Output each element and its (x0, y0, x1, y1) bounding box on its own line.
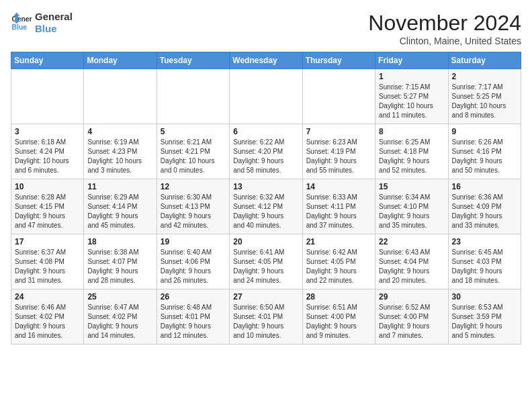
cell-info: Sunrise: 6:52 AM Sunset: 4:00 PM Dayligh… (379, 303, 444, 340)
weekday-header-monday: Monday (84, 52, 157, 69)
cell-info: Sunrise: 6:42 AM Sunset: 4:05 PM Dayligh… (306, 248, 371, 285)
calendar-cell: 1Sunrise: 7:15 AM Sunset: 5:27 PM Daylig… (375, 69, 448, 124)
calendar-cell: 20Sunrise: 6:41 AM Sunset: 4:05 PM Dayli… (230, 234, 302, 289)
calendar-cell: 14Sunrise: 6:33 AM Sunset: 4:11 PM Dayli… (302, 179, 375, 234)
calendar-cell: 9Sunrise: 6:26 AM Sunset: 4:16 PM Daylig… (448, 124, 521, 179)
title-area: November 2024 Clinton, Maine, United Sta… (368, 11, 521, 46)
calendar-cell: 17Sunrise: 6:37 AM Sunset: 4:08 PM Dayli… (11, 234, 84, 289)
weekday-header-tuesday: Tuesday (157, 52, 229, 69)
day-number: 18 (87, 237, 152, 246)
calendar-cell: 30Sunrise: 6:53 AM Sunset: 3:59 PM Dayli… (448, 289, 521, 345)
cell-info: Sunrise: 6:48 AM Sunset: 4:01 PM Dayligh… (161, 303, 226, 340)
calendar-cell: 26Sunrise: 6:48 AM Sunset: 4:01 PM Dayli… (157, 289, 229, 345)
calendar-cell: 29Sunrise: 6:52 AM Sunset: 4:00 PM Dayli… (375, 289, 448, 345)
cell-info: Sunrise: 6:38 AM Sunset: 4:07 PM Dayligh… (87, 248, 152, 285)
cell-info: Sunrise: 6:30 AM Sunset: 4:13 PM Dayligh… (161, 193, 226, 230)
day-number: 11 (87, 182, 152, 191)
day-number: 15 (379, 182, 444, 191)
location-title: Clinton, Maine, United States (368, 36, 521, 46)
day-number: 27 (233, 292, 298, 302)
weekday-header-row: SundayMondayTuesdayWednesdayThursdayFrid… (11, 52, 521, 69)
day-number: 9 (452, 127, 517, 136)
calendar-cell: 19Sunrise: 6:40 AM Sunset: 4:06 PM Dayli… (157, 234, 229, 289)
calendar-cell (230, 69, 302, 124)
week-row-3: 10Sunrise: 6:28 AM Sunset: 4:15 PM Dayli… (11, 179, 521, 234)
calendar-cell: 6Sunrise: 6:22 AM Sunset: 4:20 PM Daylig… (230, 124, 302, 179)
day-number: 28 (306, 292, 371, 302)
calendar-cell: 28Sunrise: 6:51 AM Sunset: 4:00 PM Dayli… (302, 289, 375, 345)
day-number: 14 (306, 182, 371, 191)
cell-info: Sunrise: 6:29 AM Sunset: 4:14 PM Dayligh… (87, 193, 152, 230)
day-number: 19 (161, 237, 226, 246)
day-number: 16 (452, 182, 517, 191)
day-number: 2 (452, 72, 517, 81)
day-number: 3 (15, 127, 80, 136)
cell-info: Sunrise: 7:15 AM Sunset: 5:27 PM Dayligh… (379, 83, 444, 120)
cell-info: Sunrise: 6:18 AM Sunset: 4:24 PM Dayligh… (15, 138, 80, 175)
calendar-cell (157, 69, 229, 124)
calendar-cell: 2Sunrise: 7:17 AM Sunset: 5:25 PM Daylig… (448, 69, 521, 124)
cell-info: Sunrise: 6:53 AM Sunset: 3:59 PM Dayligh… (452, 303, 517, 340)
logo: General Blue General Blue (11, 11, 73, 35)
cell-info: Sunrise: 6:23 AM Sunset: 4:19 PM Dayligh… (306, 138, 371, 175)
calendar-cell (84, 69, 157, 124)
day-number: 10 (15, 182, 80, 191)
week-row-2: 3Sunrise: 6:18 AM Sunset: 4:24 PM Daylig… (11, 124, 521, 179)
calendar-cell: 12Sunrise: 6:30 AM Sunset: 4:13 PM Dayli… (157, 179, 229, 234)
cell-info: Sunrise: 6:51 AM Sunset: 4:00 PM Dayligh… (306, 303, 371, 340)
day-number: 5 (161, 127, 226, 136)
cell-info: Sunrise: 6:28 AM Sunset: 4:15 PM Dayligh… (15, 193, 80, 230)
day-number: 29 (379, 292, 444, 302)
calendar-cell: 10Sunrise: 6:28 AM Sunset: 4:15 PM Dayli… (11, 179, 84, 234)
weekday-header-saturday: Saturday (448, 52, 521, 69)
weekday-header-wednesday: Wednesday (230, 52, 302, 69)
calendar-cell: 13Sunrise: 6:32 AM Sunset: 4:12 PM Dayli… (230, 179, 302, 234)
cell-info: Sunrise: 6:22 AM Sunset: 4:20 PM Dayligh… (233, 138, 298, 175)
cell-info: Sunrise: 6:36 AM Sunset: 4:09 PM Dayligh… (452, 193, 517, 230)
day-number: 17 (15, 237, 80, 246)
logo-blue: Blue (35, 23, 73, 35)
calendar-cell: 16Sunrise: 6:36 AM Sunset: 4:09 PM Dayli… (448, 179, 521, 234)
cell-info: Sunrise: 7:17 AM Sunset: 5:25 PM Dayligh… (452, 83, 517, 120)
day-number: 24 (15, 292, 80, 302)
day-number: 21 (306, 237, 371, 246)
cell-info: Sunrise: 6:41 AM Sunset: 4:05 PM Dayligh… (233, 248, 298, 285)
weekday-header-friday: Friday (375, 52, 448, 69)
week-row-4: 17Sunrise: 6:37 AM Sunset: 4:08 PM Dayli… (11, 234, 521, 289)
day-number: 6 (233, 127, 298, 136)
calendar-cell: 21Sunrise: 6:42 AM Sunset: 4:05 PM Dayli… (302, 234, 375, 289)
cell-info: Sunrise: 6:47 AM Sunset: 4:02 PM Dayligh… (87, 303, 152, 340)
day-number: 26 (161, 292, 226, 302)
cell-info: Sunrise: 6:45 AM Sunset: 4:03 PM Dayligh… (452, 248, 517, 285)
svg-text:Blue: Blue (12, 24, 28, 31)
month-title: November 2024 (368, 11, 521, 36)
calendar-cell: 5Sunrise: 6:21 AM Sunset: 4:21 PM Daylig… (157, 124, 229, 179)
calendar-cell (11, 69, 84, 124)
calendar-cell: 24Sunrise: 6:46 AM Sunset: 4:02 PM Dayli… (11, 289, 84, 345)
cell-info: Sunrise: 6:40 AM Sunset: 4:06 PM Dayligh… (161, 248, 226, 285)
weekday-header-thursday: Thursday (302, 52, 375, 69)
cell-info: Sunrise: 6:34 AM Sunset: 4:10 PM Dayligh… (379, 193, 444, 230)
calendar-cell: 22Sunrise: 6:43 AM Sunset: 4:04 PM Dayli… (375, 234, 448, 289)
cell-info: Sunrise: 6:46 AM Sunset: 4:02 PM Dayligh… (15, 303, 80, 340)
calendar-cell: 23Sunrise: 6:45 AM Sunset: 4:03 PM Dayli… (448, 234, 521, 289)
cell-info: Sunrise: 6:32 AM Sunset: 4:12 PM Dayligh… (233, 193, 298, 230)
cell-info: Sunrise: 6:33 AM Sunset: 4:11 PM Dayligh… (306, 193, 371, 230)
day-number: 4 (87, 127, 152, 136)
day-number: 25 (87, 292, 152, 302)
calendar-table: SundayMondayTuesdayWednesdayThursdayFrid… (11, 52, 521, 345)
logo-icon: General Blue (11, 12, 32, 34)
calendar-cell: 27Sunrise: 6:50 AM Sunset: 4:01 PM Dayli… (230, 289, 302, 345)
cell-info: Sunrise: 6:21 AM Sunset: 4:21 PM Dayligh… (161, 138, 226, 175)
week-row-5: 24Sunrise: 6:46 AM Sunset: 4:02 PM Dayli… (11, 289, 521, 345)
calendar-cell: 11Sunrise: 6:29 AM Sunset: 4:14 PM Dayli… (84, 179, 157, 234)
day-number: 22 (379, 237, 444, 246)
cell-info: Sunrise: 6:19 AM Sunset: 4:23 PM Dayligh… (87, 138, 152, 175)
calendar-cell: 15Sunrise: 6:34 AM Sunset: 4:10 PM Dayli… (375, 179, 448, 234)
calendar-cell: 25Sunrise: 6:47 AM Sunset: 4:02 PM Dayli… (84, 289, 157, 345)
day-number: 8 (379, 127, 444, 136)
day-number: 12 (161, 182, 226, 191)
day-number: 1 (379, 72, 444, 81)
svg-text:General: General (12, 15, 32, 23)
cell-info: Sunrise: 6:26 AM Sunset: 4:16 PM Dayligh… (452, 138, 517, 175)
